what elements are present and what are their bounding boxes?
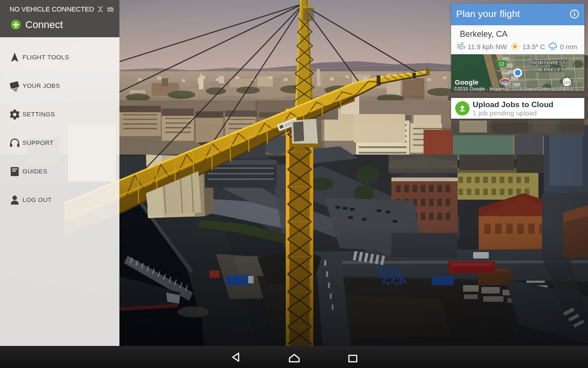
svg-text:BERKELEY: BERKELEY [537,67,565,72]
svg-text:Google: Google [455,78,479,86]
svg-text:580: 580 [502,80,508,85]
svg-text:12: 12 [499,61,504,67]
svg-text:Ced: Ced [502,71,510,75]
svg-text:©2016 Google - Imagery ©2016 D: ©2016 Google - Imagery ©2016 DigitalGlob… [454,86,573,91]
svg-text:NORTHWEST: NORTHWEST [531,60,566,65]
svg-text:123: 123 [564,80,570,85]
